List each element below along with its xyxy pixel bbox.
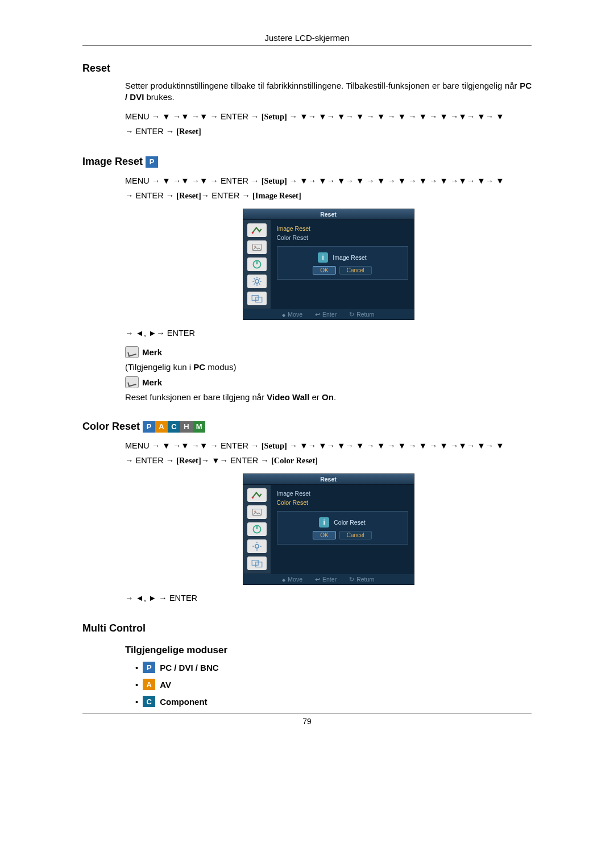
mode-item-av: A AV (135, 679, 532, 690)
osd2-hint-return: Return (349, 576, 375, 583)
ir-lr-sep: , (144, 329, 148, 338)
ir-seq-reset: [Reset] (176, 191, 201, 200)
merk-label-2: Merk (142, 377, 162, 387)
header-rule (82, 45, 532, 45)
osd-hint-bar: Move Enter Return (243, 309, 414, 319)
reset-sequence: MENU → ▼ →▼ →▼ → ENTER → [Setup] → ▼→ ▼→… (125, 109, 532, 139)
osd-input-icon (247, 488, 267, 502)
osd-hint-return: Return (349, 311, 375, 318)
color-reset-badges: PACHM (143, 421, 205, 433)
color-reset-lr-enter: → ◄, ► → ENTER (125, 591, 532, 605)
cr-seq-menu: MENU (125, 441, 150, 450)
footer-rule (82, 713, 532, 713)
mode-item-component: C Component (135, 696, 532, 707)
osd-hint-enter: Enter (315, 311, 337, 318)
merk-row-1: Merk (125, 346, 532, 358)
osd2-hint-bar: Move Enter Return (243, 574, 414, 584)
osd2-cancel-button[interactable]: Cancel (339, 531, 372, 539)
info-icon: i (318, 252, 328, 263)
ir-seq-enter-3: ENTER (211, 191, 239, 200)
merk-row-2: Merk (125, 376, 532, 388)
osd-sidebar (243, 220, 271, 309)
badge-p-icon: P (143, 662, 155, 673)
cr-seq-enter-2: ENTER (136, 456, 164, 465)
svg-rect-14 (252, 296, 258, 301)
osd2-sidebar (243, 485, 271, 574)
osd-list-color: Color Reset (277, 234, 408, 243)
image-reset-lr-enter: → ◄, ►→ ENTER (125, 326, 532, 340)
reset-desc: Setter produktinnstillingene tilbake til… (125, 80, 532, 103)
ir-seq-img: [Image Reset] (252, 191, 301, 200)
badge-c-icon: C (143, 696, 155, 707)
osd-sound-icon (247, 258, 267, 271)
osd-list-image: Image Reset (277, 225, 408, 234)
badge-a-icon: A (155, 421, 168, 433)
cr-seq-color: [Color Reset] (271, 456, 318, 465)
image-reset-note1: (Tilgjengelig kun i PC modus) (125, 362, 532, 373)
mode-item-pc: P PC / DVI / BNC (135, 662, 532, 673)
note-icon-2 (125, 376, 139, 388)
ir-note2-mid: er (309, 392, 322, 402)
osd-sound-icon (247, 522, 267, 536)
ir-seq-menu: MENU (125, 176, 150, 185)
osd-picture-icon (247, 240, 267, 254)
color-reset-title-text: Color Reset (82, 421, 140, 432)
osd-confirm-card: i Image Reset OK Cancel (277, 246, 408, 280)
ir-note2-pre: Reset funksjonen er bare tilgjeng når (125, 392, 267, 402)
ir-note2-b2: On (322, 392, 334, 402)
osd2-ok-button[interactable]: OK (313, 531, 335, 539)
info-icon: i (319, 517, 329, 528)
ir-note1-pre: (Tilgjengelig kun i (125, 362, 193, 372)
osd-image-reset: Reset Image Reset Color Reset (243, 209, 414, 320)
badge-c-icon: C (168, 421, 180, 433)
osd-hint-move: Move (282, 311, 302, 318)
svg-point-16 (251, 497, 253, 499)
ir-lr-enter: ENTER (167, 329, 195, 338)
image-reset-note2: Reset funksjonen er bare tilgjeng når Vi… (125, 392, 532, 403)
osd2-title: Reset (243, 474, 414, 485)
osd-multi-icon (247, 556, 267, 570)
badge-h-icon: H (180, 421, 193, 433)
osd-cancel-button[interactable]: Cancel (339, 266, 372, 275)
cr-lr-enter: ENTER (169, 593, 197, 603)
osd2-list-color: Color Reset (277, 499, 408, 508)
seq-setup: [Setup] (262, 112, 287, 121)
cr-seq-reset: [Reset] (176, 456, 201, 465)
seq-menu: MENU (125, 112, 150, 121)
badge-m-icon: M (193, 421, 205, 433)
page-header: Justere LCD-skjermen (82, 33, 532, 43)
svg-rect-20 (256, 526, 257, 530)
section-multi-control-title: Multi Control (82, 622, 532, 634)
seq-reset: [Reset] (176, 127, 201, 136)
svg-point-5 (255, 280, 259, 284)
section-image-reset-title: Image Reset P (82, 156, 532, 168)
osd-ok-button[interactable]: OK (313, 266, 335, 275)
image-reset-badges: P (146, 156, 158, 168)
osd-setup-icon (247, 275, 267, 288)
page-number: 79 (82, 717, 532, 726)
note-icon (125, 346, 139, 358)
osd-setup-icon (247, 539, 267, 553)
svg-line-13 (254, 284, 255, 285)
modes-list: P PC / DVI / BNC A AV C Component (135, 662, 532, 707)
osd-input-icon (247, 223, 267, 237)
badge-p-icon: P (143, 421, 155, 433)
cr-seq-enter-3: ENTER (230, 456, 258, 465)
ir-note1-bold: PC (193, 362, 205, 372)
svg-point-21 (255, 545, 259, 549)
cr-seq-enter: ENTER (221, 441, 248, 450)
osd2-list: Image Reset Color Reset (277, 489, 408, 508)
image-reset-title-text: Image Reset (82, 156, 143, 167)
section-reset-title: Reset (82, 63, 532, 74)
svg-rect-26 (252, 560, 258, 566)
multi-modes-subtitle: Tilgjengelige moduser (125, 645, 532, 656)
osd2-list-image: Image Reset (277, 489, 408, 499)
badge-a-icon: A (143, 679, 155, 690)
ir-seq-enter-2: ENTER (136, 191, 164, 200)
ir-note1-post: modus) (205, 362, 236, 372)
image-reset-sequence: MENU → ▼ →▼ →▼ → ENTER → [Setup] → ▼→ ▼→… (125, 173, 532, 203)
ir-seq-enter: ENTER (221, 176, 248, 185)
reset-desc-pre: Setter produktinnstillingene tilbake til… (125, 81, 520, 90)
osd2-hint-move: Move (282, 576, 302, 583)
osd2-hint-enter: Enter (315, 576, 337, 583)
